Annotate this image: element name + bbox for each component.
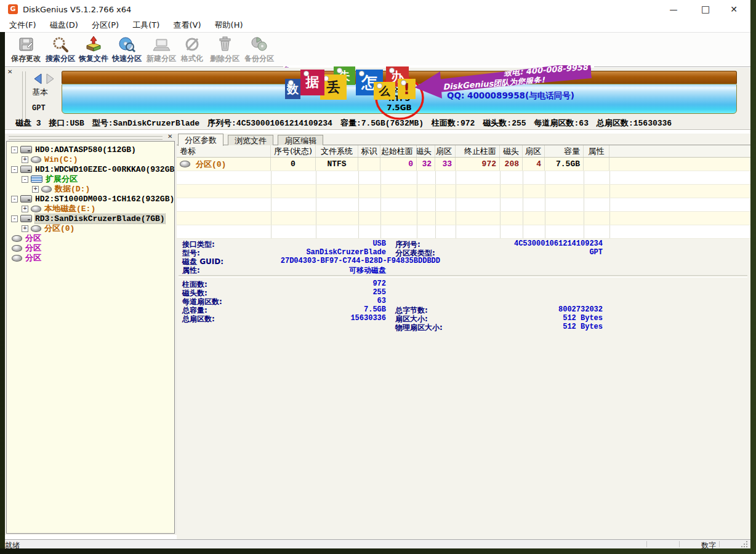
delete-partition-button[interactable]: 删除分区: [207, 33, 242, 66]
menu-partition[interactable]: 分区(P): [86, 18, 124, 31]
end-cylinder-cell: 972: [456, 158, 500, 171]
toolbar-button-label: 格式化: [177, 54, 207, 63]
tree-item-hd2[interactable]: - HD2:ST1000DM003-1CH162(932GB): [7, 194, 174, 204]
detail-value: 15630336: [244, 314, 386, 323]
tree-item-label: Win(C:): [44, 155, 78, 164]
start-head-cell: 32: [417, 158, 435, 171]
toolbar-button-label: 备份分区: [242, 54, 276, 63]
disk-info-segment: 型号:SanDiskCruzerBlade: [92, 119, 199, 128]
expand-toggle[interactable]: +: [22, 225, 28, 232]
col-header[interactable]: 容量: [545, 145, 584, 157]
disk-info-segment: 磁头数:255: [483, 119, 526, 128]
backup-partition-button[interactable]: 备份分区: [242, 33, 276, 66]
table-empty-row: [177, 171, 750, 185]
tree-item-extended[interactable]: - 扩展分区: [7, 174, 174, 184]
partition-icon: [12, 235, 22, 242]
search-partition-button[interactable]: 搜索分区: [43, 33, 78, 66]
detail-value: 255: [244, 288, 386, 297]
status-text: 就绪: [5, 540, 20, 551]
disk-info-segment: 每道扇区数:63: [534, 119, 589, 128]
disk-info-segment: 磁盘 3: [15, 119, 41, 128]
start-sector-cell: 33: [435, 158, 456, 171]
maximize-button[interactable]: □: [692, 0, 719, 18]
minimize-button[interactable]: —: [660, 0, 687, 18]
tree-item-label: 分区(0): [44, 223, 74, 234]
toolbar-button-label: 恢复文件: [76, 54, 111, 63]
col-header[interactable]: 文件系统: [316, 145, 358, 157]
disk-nav-arrows: [32, 73, 57, 87]
tree-item-hd0[interactable]: - HD0:ADATASP580(112GB): [7, 145, 174, 155]
tree-item-partition-0[interactable]: + 分区(0): [7, 223, 174, 233]
col-header[interactable]: 扇区: [435, 145, 456, 157]
col-header[interactable]: 磁头: [500, 145, 523, 157]
disk-icon: [20, 166, 32, 173]
toolbar-button-label: 保存更改: [9, 54, 43, 63]
col-header-filler: [609, 145, 750, 157]
app-window: G DiskGenius V5.1.2.766 x64 — □ ✕ 文件(F) …: [0, 0, 750, 548]
tab-bar: 分区参数 浏览文件 扇区编辑: [177, 134, 750, 145]
tab-browse-files[interactable]: 浏览文件: [228, 135, 273, 146]
expand-toggle[interactable]: -: [11, 215, 18, 222]
attr-cell: [584, 158, 609, 171]
close-button[interactable]: ✕: [720, 0, 747, 18]
numlock-indicator: 数字: [680, 540, 718, 551]
expand-toggle[interactable]: +: [22, 156, 28, 163]
disk-info-segment: 容量:7.5GB(7632MB): [340, 119, 424, 128]
menu-tools[interactable]: 工具(T): [127, 18, 165, 31]
menu-file[interactable]: 文件(F): [4, 18, 42, 31]
col-header[interactable]: 磁头: [417, 145, 435, 157]
tree-item-free-partition[interactable]: 分区: [7, 253, 174, 263]
col-header[interactable]: 序号(状态): [271, 145, 316, 157]
backup-partition-icon: [242, 33, 276, 54]
table-row-partition-0[interactable]: 分区(0) 0 NTFS 0 32 33 972 208 4 7.5GB: [177, 158, 750, 171]
expand-toggle[interactable]: -: [22, 176, 28, 183]
panel-close-icon[interactable]: ✕: [167, 133, 172, 140]
expand-toggle[interactable]: -: [11, 196, 18, 203]
view-label-basic[interactable]: 基本: [32, 87, 48, 98]
save-icon: [9, 33, 43, 54]
expand-toggle[interactable]: +: [22, 206, 28, 212]
tree-item-win-c[interactable]: + Win(C:): [7, 155, 174, 164]
tree-item-free-partition[interactable]: 分区: [7, 243, 174, 253]
panel-close-icon[interactable]: ✕: [7, 68, 12, 75]
menu-disk[interactable]: 磁盘(D): [44, 18, 84, 31]
tree-item-data-d[interactable]: + 数据(D:): [7, 184, 174, 194]
view-label-gpt[interactable]: GPT: [32, 104, 46, 113]
tree-item-hd1[interactable]: - HD1:WDCWD10EZEC-00RKKA0(932GB): [7, 164, 174, 174]
banner-tile: 么: [374, 82, 395, 100]
expand-toggle[interactable]: +: [32, 186, 39, 193]
end-head-cell: 208: [500, 158, 523, 171]
tree-item-local-e[interactable]: + 本地磁盘(E:): [7, 204, 174, 214]
detail-value: 512 Bytes: [466, 323, 603, 331]
quick-partition-icon: [110, 33, 144, 54]
tree-item-rd3-selected[interactable]: - RD3:SanDiskCruzerBlade(7GB): [7, 214, 174, 223]
capacity-cell: 7.5GB: [545, 158, 584, 171]
tab-sector-edit[interactable]: 扇区编辑: [278, 135, 323, 146]
col-header[interactable]: 标识: [358, 145, 380, 157]
menu-view[interactable]: 查看(V): [167, 18, 206, 31]
recover-files-button[interactable]: 恢复文件: [76, 33, 111, 66]
tree-item-free-partition[interactable]: 分区: [7, 233, 174, 243]
detail-value: 512 Bytes: [466, 314, 603, 323]
table-empty-row: [177, 185, 750, 198]
col-header[interactable]: 终止柱面: [456, 145, 500, 157]
panel-grip[interactable]: [9, 136, 163, 140]
menu-help[interactable]: 帮助(H): [209, 18, 249, 31]
col-header[interactable]: 起始柱面: [380, 145, 417, 157]
expand-toggle[interactable]: -: [11, 147, 18, 153]
format-button[interactable]: 格式化: [177, 33, 207, 66]
save-changes-button[interactable]: 保存更改: [9, 33, 43, 66]
tab-partition-params[interactable]: 分区参数: [178, 134, 223, 146]
resize-grip-icon[interactable]: [741, 546, 742, 547]
new-partition-button[interactable]: 新建分区: [144, 33, 179, 66]
menu-bar: 文件(F) 磁盘(D) 分区(P) 工具(T) 查看(V) 帮助(H): [0, 18, 750, 32]
detail-value: GPT: [466, 248, 603, 257]
expand-toggle[interactable]: -: [11, 166, 18, 173]
tree-item-label: 数据(D:): [55, 183, 90, 195]
col-header[interactable]: 扇区: [523, 145, 545, 157]
quick-partition-button[interactable]: 快速分区: [110, 33, 144, 66]
col-header[interactable]: 卷标: [177, 145, 271, 157]
partition-icon: [12, 255, 22, 262]
col-header[interactable]: 属性: [584, 145, 609, 157]
end-sector-cell: 4: [523, 158, 545, 171]
